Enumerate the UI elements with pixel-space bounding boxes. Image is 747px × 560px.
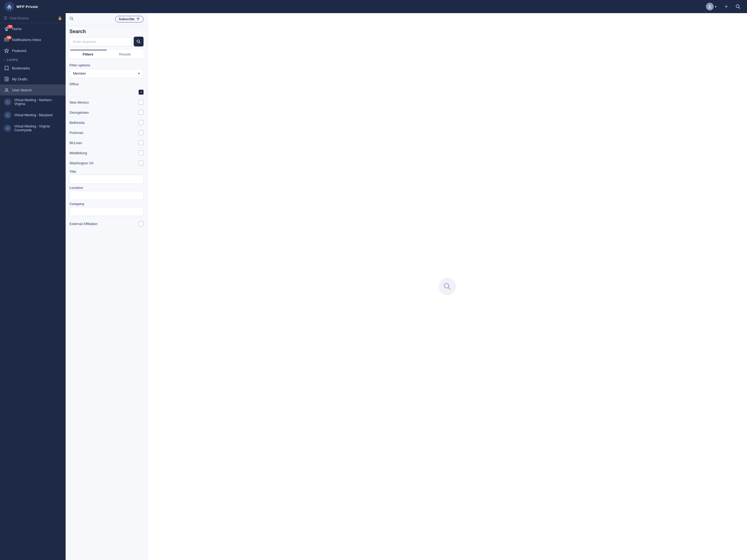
notifications-badge: 58 [6, 36, 12, 40]
svg-line-21 [72, 19, 73, 20]
loops-section[interactable]: › LOOPS [0, 56, 66, 62]
main-layout: ☰ 🔒 73 Home 58 Notifications Inbox Feat [0, 13, 747, 560]
sidebar-item-vm-vc[interactable]: Virtual Meeting - Virginia Countryside [0, 122, 66, 135]
find-rooms-bar[interactable]: ☰ 🔒 [0, 13, 66, 23]
sidebar-item-user-search[interactable]: User Search [0, 84, 66, 96]
location-section-label: Location [70, 184, 144, 191]
logo-icon [4, 2, 14, 11]
dropdown-chevron-icon: ▾ [138, 71, 140, 75]
tab-filters[interactable]: Filters [70, 50, 107, 59]
drafts-icon [4, 76, 9, 82]
vm-md-icon [4, 111, 11, 119]
tab-results[interactable]: Results [107, 50, 144, 59]
svg-point-1 [9, 5, 10, 7]
filter-checkbox-external-affiliation[interactable] [138, 221, 144, 226]
svg-point-15 [7, 102, 8, 103]
svg-point-2 [709, 5, 711, 7]
subscribe-icon [136, 17, 140, 21]
search-go-button[interactable] [134, 36, 144, 47]
sidebar-item-label-vm-nv: Virtual Meeting - Northern Virginia [14, 98, 62, 106]
add-button[interactable]: + [722, 2, 730, 11]
sidebar-item-label-vm-md: Virtual Meeting - Maryland [14, 113, 52, 117]
filter-row-georgetown: Georgetown [70, 107, 144, 118]
filter-label-new-mexico: New Mexico [70, 100, 89, 104]
search-panel: Subscribe Search Filters Results Filter … [66, 13, 148, 560]
sidebar-item-label-user-search: User Search [12, 88, 32, 92]
svg-point-17 [7, 115, 8, 116]
filter-row-external-affiliation: External Affiliation [70, 219, 144, 229]
svg-line-4 [739, 7, 740, 9]
filter-checkbox-first[interactable]: ✓ [138, 90, 144, 95]
sidebar-item-home[interactable]: 73 Home [0, 23, 66, 34]
company-input[interactable] [70, 207, 144, 216]
filter-label-external-affiliation: External Affiliation [70, 222, 98, 226]
svg-rect-6 [6, 29, 7, 31]
search-button[interactable] [733, 3, 743, 10]
content-search-placeholder [439, 278, 456, 295]
filter-row-mclean: McLean [70, 138, 144, 148]
hamburger-icon: ☰ [4, 16, 7, 20]
filter-options-label: Filter options [70, 61, 144, 69]
filter-label-potomac: Potomac [70, 131, 83, 135]
filter-row-first: ✓ [70, 87, 144, 97]
sidebar-item-drafts[interactable]: My Drafts [0, 74, 66, 84]
subscribe-button[interactable]: Subscribe [115, 16, 144, 22]
filter-checkbox-new-mexico[interactable] [138, 100, 144, 105]
sidebar: ☰ 🔒 73 Home 58 Notifications Inbox Feat [0, 13, 66, 560]
filter-label-mclean: McLean [70, 141, 82, 145]
filter-checkbox-bethesda[interactable] [138, 120, 144, 125]
filter-checkbox-georgetown[interactable] [138, 110, 144, 115]
find-rooms-input[interactable] [9, 16, 55, 20]
sidebar-item-label-bookmarks: Bookmarks [12, 66, 30, 70]
sidebar-item-notifications[interactable]: 58 Notifications Inbox [0, 34, 66, 45]
sidebar-item-vm-nv[interactable]: Virtual Meeting - Northern Virginia [0, 96, 66, 108]
filter-row-bethesda: Bethesda [70, 118, 144, 128]
sidebar-item-label-vm-vc: Virtual Meeting - Virginia Countryside [14, 124, 62, 132]
filter-section: Filter options Member ▾ Office ✓ New Mex… [66, 61, 147, 229]
company-section-label: Company [70, 200, 144, 207]
keyword-input[interactable] [70, 37, 131, 46]
member-type-dropdown[interactable]: Member ▾ [70, 69, 144, 78]
panel-search-icon [70, 17, 74, 22]
search-go-icon [136, 40, 141, 44]
featured-icon [4, 48, 9, 53]
topnav: WFP Private ▼ + [0, 0, 747, 13]
add-icon: + [725, 4, 728, 10]
loops-label: LOOPS [6, 58, 18, 61]
svg-line-24 [139, 42, 140, 43]
filter-row-potomac: Potomac [70, 128, 144, 138]
search-title: Search [66, 25, 147, 36]
app-logo: WFP Private [4, 2, 38, 11]
filter-checkbox-washington-va[interactable] [138, 160, 144, 166]
lock-icon: 🔒 [58, 16, 62, 20]
filter-label-washington-va: Washington VA [70, 161, 94, 165]
filter-row-middleburg: Middleburg [70, 148, 144, 158]
filter-label-bethesda: Bethesda [70, 121, 84, 125]
filter-row-washington-va: Washington VA [70, 158, 144, 168]
sidebar-item-label-drafts: My Drafts [12, 77, 27, 81]
sidebar-item-vm-md[interactable]: Virtual Meeting - Maryland [0, 108, 66, 122]
sidebar-item-bookmarks[interactable]: Bookmarks [0, 62, 66, 74]
filter-label-middleburg: Middleburg [70, 151, 87, 155]
user-avatar-btn[interactable]: ▼ [704, 2, 719, 11]
filter-checkbox-mclean[interactable] [138, 140, 144, 145]
filter-checkbox-potomac[interactable] [138, 130, 144, 135]
user-search-icon [4, 87, 9, 93]
title-input[interactable] [70, 175, 144, 184]
sidebar-item-label-notifications: Notifications Inbox [12, 38, 41, 42]
location-input[interactable] [70, 191, 144, 200]
title-section-label: Title [70, 168, 144, 175]
app-name: WFP Private [17, 5, 38, 9]
subscribe-label: Subscribe [119, 17, 134, 21]
svg-point-19 [7, 128, 8, 129]
sidebar-item-featured[interactable]: Featured [0, 45, 66, 56]
avatar [706, 3, 714, 10]
filter-row-new-mexico: New Mexico [70, 97, 144, 107]
content-search-icon [443, 282, 452, 291]
search-input-row [66, 36, 147, 50]
filter-checkbox-middleburg[interactable] [138, 150, 144, 155]
office-section-label: Office [70, 81, 144, 87]
sidebar-item-label-home: Home [12, 27, 22, 31]
svg-marker-8 [4, 49, 9, 53]
vm-nv-icon [4, 98, 11, 106]
